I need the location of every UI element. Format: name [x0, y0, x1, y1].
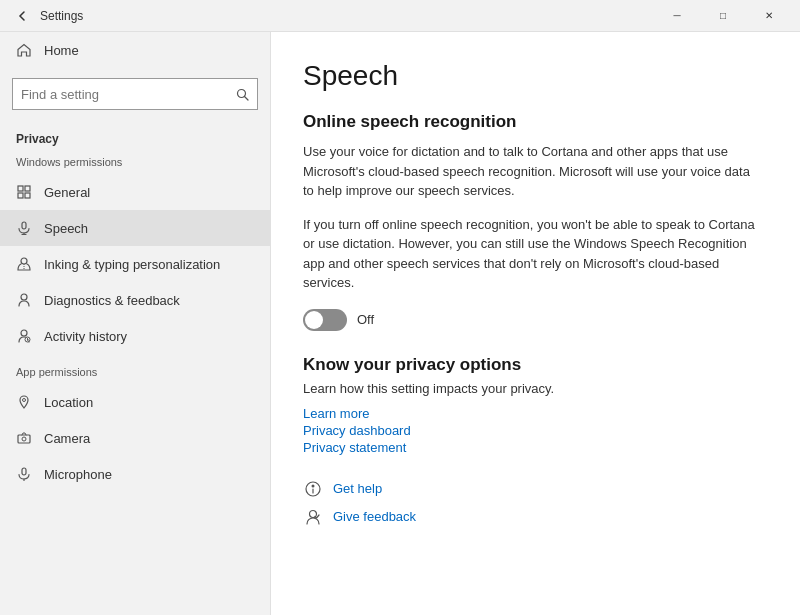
search-box[interactable]	[12, 78, 258, 110]
sidebar-item-speech[interactable]: Speech	[0, 210, 270, 246]
home-label: Home	[44, 43, 79, 58]
app-permissions-label: App permissions	[0, 354, 270, 384]
sidebar-item-diagnostics[interactable]: Diagnostics & feedback	[0, 282, 270, 318]
svg-rect-6	[22, 222, 26, 229]
search-icon	[236, 88, 249, 101]
inking-icon	[16, 256, 32, 272]
main-content: Speech Online speech recognition Use you…	[270, 32, 800, 615]
privacy-subtitle: Learn how this setting impacts your priv…	[303, 381, 768, 396]
home-icon	[16, 42, 32, 58]
learn-more-link[interactable]: Learn more	[303, 406, 768, 421]
svg-point-18	[22, 437, 26, 441]
sidebar-item-general[interactable]: General	[0, 174, 270, 210]
window-controls: ─ □ ✕	[654, 0, 792, 32]
diagnostics-label: Diagnostics & feedback	[44, 293, 180, 308]
window-title: Settings	[40, 9, 654, 23]
location-icon	[16, 394, 32, 410]
svg-point-11	[21, 294, 27, 300]
get-help-text: Get help	[333, 481, 382, 496]
camera-label: Camera	[44, 431, 90, 446]
close-button[interactable]: ✕	[746, 0, 792, 32]
title-bar: Settings ─ □ ✕	[0, 0, 800, 32]
speech-toggle[interactable]	[303, 309, 347, 331]
sidebar: Home Privacy Windows permissions	[0, 32, 270, 615]
svg-point-22	[312, 484, 315, 487]
svg-line-1	[245, 96, 249, 100]
svg-rect-17	[18, 435, 30, 443]
microphone-icon	[16, 466, 32, 482]
privacy-dashboard-link[interactable]: Privacy dashboard	[303, 423, 768, 438]
give-feedback-text: Give feedback	[333, 509, 416, 524]
page-title: Speech	[303, 60, 768, 92]
sidebar-item-location[interactable]: Location	[0, 384, 270, 420]
maximize-button[interactable]: □	[700, 0, 746, 32]
svg-rect-5	[25, 193, 30, 198]
inking-label: Inking & typing personalization	[44, 257, 220, 272]
svg-rect-3	[25, 186, 30, 191]
sidebar-item-home[interactable]: Home	[0, 32, 270, 68]
diagnostics-icon	[16, 292, 32, 308]
help-section: Get help Give feedback	[303, 479, 768, 527]
svg-point-16	[23, 399, 26, 402]
minimize-button[interactable]: ─	[654, 0, 700, 32]
svg-point-9	[21, 258, 27, 264]
get-help-icon	[303, 479, 323, 499]
windows-permissions-label: Windows permissions	[0, 152, 270, 174]
microphone-label: Microphone	[44, 467, 112, 482]
privacy-section-label: Privacy	[0, 120, 270, 152]
svg-rect-19	[22, 468, 26, 475]
speech-label: Speech	[44, 221, 88, 236]
search-input[interactable]	[21, 87, 236, 102]
svg-rect-2	[18, 186, 23, 191]
privacy-section-title: Know your privacy options	[303, 355, 768, 375]
activity-icon	[16, 328, 32, 344]
back-button[interactable]	[8, 2, 36, 30]
toggle-thumb	[305, 311, 323, 329]
paragraph-2: If you turn off online speech recognitio…	[303, 215, 763, 293]
sidebar-item-inking[interactable]: Inking & typing personalization	[0, 246, 270, 282]
camera-icon	[16, 430, 32, 446]
give-feedback-item[interactable]: Give feedback	[303, 507, 768, 527]
toggle-row: Off	[303, 309, 768, 331]
app-body: Home Privacy Windows permissions	[0, 32, 800, 615]
svg-point-12	[21, 330, 27, 336]
get-help-item[interactable]: Get help	[303, 479, 768, 499]
general-label: General	[44, 185, 90, 200]
speech-icon	[16, 220, 32, 236]
back-icon	[16, 10, 28, 22]
give-feedback-icon	[303, 507, 323, 527]
svg-rect-4	[18, 193, 23, 198]
sidebar-item-microphone[interactable]: Microphone	[0, 456, 270, 492]
location-label: Location	[44, 395, 93, 410]
paragraph-1: Use your voice for dictation and to talk…	[303, 142, 763, 201]
online-speech-title: Online speech recognition	[303, 112, 768, 132]
activity-label: Activity history	[44, 329, 127, 344]
general-icon	[16, 184, 32, 200]
privacy-statement-link[interactable]: Privacy statement	[303, 440, 768, 455]
sidebar-item-activity[interactable]: Activity history	[0, 318, 270, 354]
toggle-label: Off	[357, 312, 374, 327]
sidebar-item-camera[interactable]: Camera	[0, 420, 270, 456]
